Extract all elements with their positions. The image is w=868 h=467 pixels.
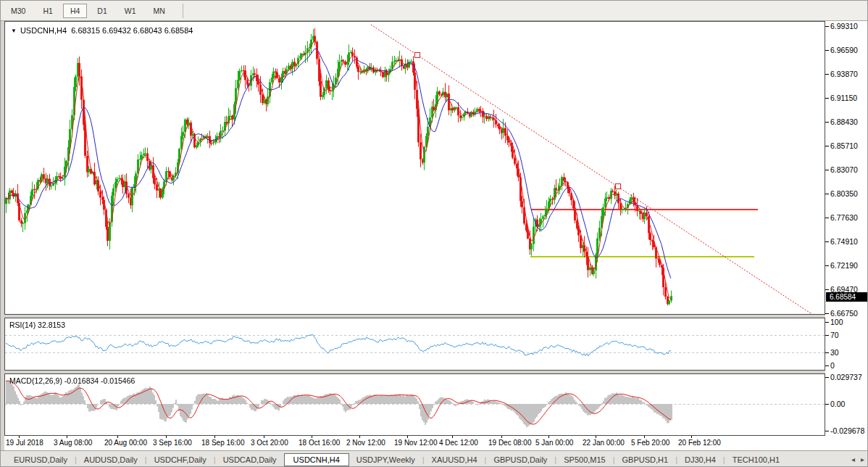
macd-axis-label: 0.029737	[830, 373, 862, 381]
time-tick	[264, 436, 264, 438]
rsi-axis-label: 70	[830, 331, 839, 339]
chart-tab-gbpusd-h1[interactable]: GBPUSD,H1	[615, 454, 676, 466]
time-axis-label: 19 Nov 12:00	[394, 439, 438, 447]
price-axis-label: 6.91150	[830, 94, 857, 102]
chart-tab-usdjpy-weekly[interactable]: USDJPY,Weekly	[349, 454, 422, 466]
price-axis[interactable]: 6.68584 6.993106.965906.938706.911506.88…	[825, 21, 868, 436]
time-axis-label: 4 Dec 12:00	[439, 439, 478, 447]
price-axis-label: 6.69470	[830, 285, 858, 294]
rsi-label: RSI(14) 32.8153	[9, 321, 65, 329]
time-tick	[691, 436, 692, 438]
time-axis-label: 3 Sep 16:00	[153, 439, 192, 447]
time-axis-label: 3 Oct 20:00	[251, 439, 288, 447]
price-axis-label: 6.77630	[830, 213, 858, 222]
timeframe-button-d1[interactable]: D1	[90, 4, 114, 18]
chart-ohlc: 6.68315 6.69432 6.68043 6.68584	[71, 26, 193, 35]
time-tick	[501, 436, 502, 438]
time-tick	[214, 436, 215, 438]
time-tick	[312, 436, 312, 438]
time-tick	[644, 436, 645, 438]
tab-scroll-right-icon[interactable]: ▸	[861, 455, 864, 463]
price-axis-label: 6.85710	[830, 141, 858, 150]
mt4-window: M30H1H4D1W1MN ▼USDCNH,H4 6.68315 6.69432…	[0, 0, 868, 467]
time-axis-label: 5 Jan 00:00	[535, 439, 573, 447]
timeframe-button-w1[interactable]: W1	[117, 4, 143, 18]
chart-tab-tech100-h1[interactable]: TECH100,H1	[725, 454, 787, 466]
time-tick	[117, 436, 118, 438]
time-tick	[359, 436, 360, 438]
time-axis-label: 20 Feb 12:00	[678, 439, 721, 447]
rsi-canvas[interactable]	[5, 318, 825, 370]
main-chart-panel: ▼USDCNH,H4 6.68315 6.69432 6.68043 6.685…	[4, 21, 825, 315]
tab-scroll-left-icon[interactable]: ◂	[851, 455, 855, 463]
macd-axis-label: -0.029678	[830, 426, 864, 435]
chart-symbol: USDCNH,H4	[20, 26, 67, 35]
time-axis-label: 5 Feb 20:00	[631, 439, 669, 447]
chart-tab-usdcad-daily[interactable]: USDCAD,Daily	[216, 454, 284, 466]
price-axis-label: 6.83070	[830, 165, 858, 174]
toolbar-separator	[183, 4, 183, 18]
chart-tab-xauusd-h4[interactable]: XAUUSD,H4	[425, 454, 485, 466]
time-tick	[407, 436, 408, 438]
price-axis-label: 6.93870	[830, 70, 858, 78]
time-axis-label: 20 Aug 00:00	[104, 439, 147, 447]
chart-title: ▼USDCNH,H4 6.68315 6.69432 6.68043 6.685…	[11, 26, 193, 35]
price-axis-label: 6.72190	[830, 261, 858, 270]
chart-tab-bar: EURUSD,Daily|AUDUSD,Daily|USDCHF,Daily|U…	[1, 450, 868, 467]
rsi-axis-label: 100	[830, 318, 843, 326]
time-tick	[452, 436, 453, 438]
time-axis-label: 19 Jul 2018	[6, 439, 43, 447]
timeframe-toolbar: M30H1H4D1W1MN	[1, 1, 868, 21]
time-axis-label: 3 Aug 08:00	[54, 439, 92, 447]
time-axis[interactable]: 19 Jul 20183 Aug 08:0020 Aug 00:003 Sep …	[4, 436, 868, 450]
time-axis-label: 2 Nov 12:00	[346, 439, 385, 447]
time-axis-label: 19 Dec 08:00	[488, 439, 532, 447]
timeframe-button-mn[interactable]: MN	[146, 4, 172, 18]
time-axis-label: 22 Jan 00:00	[583, 439, 625, 447]
timeframe-button-h4[interactable]: H4	[63, 4, 87, 18]
chart-tabs: EURUSD,Daily|AUDUSD,Daily|USDCHF,Daily|U…	[7, 453, 787, 466]
time-tick	[67, 436, 67, 438]
rsi-axis-label: 30	[830, 348, 839, 357]
chart-menu-arrow-icon[interactable]: ▼	[11, 28, 17, 34]
macd-panel: MACD(12,26,9) -0.016834 -0.015466	[4, 373, 825, 436]
rsi-panel: RSI(14) 32.8153	[4, 318, 825, 371]
price-axis-label: 6.66750	[830, 309, 858, 318]
price-axis-label: 6.96590	[830, 46, 858, 54]
timeframe-button-h1[interactable]: H1	[36, 4, 59, 18]
chart-tab-gbpusd-daily[interactable]: GBPUSD,Daily	[486, 454, 554, 466]
timeframe-buttons: M30H1H4D1W1MN	[1, 4, 172, 18]
time-axis-label: 18 Sep 16:00	[201, 439, 245, 447]
time-tick	[596, 436, 596, 438]
chart-tab-eurusd-daily[interactable]: EURUSD,Daily	[7, 454, 75, 466]
macd-axis-label: 0.00	[830, 400, 845, 408]
chart-tab-audusd-daily[interactable]: AUDUSD,Daily	[77, 454, 145, 466]
time-tick	[19, 436, 20, 438]
chart-tab-usdcnh-h4[interactable]: USDCNH,H4	[284, 453, 349, 466]
macd-label: MACD(12,26,9) -0.016834 -0.015466	[9, 376, 135, 385]
main-chart-canvas[interactable]	[5, 22, 825, 314]
timeframe-button-m30[interactable]: M30	[4, 4, 33, 18]
chart-tab-usdchf-daily[interactable]: USDCHF,Daily	[147, 454, 214, 466]
chart-tab-dj30-h4[interactable]: DJ30,H4	[677, 454, 723, 466]
time-axis-label: 18 Oct 16:00	[299, 439, 340, 447]
price-axis-label: 6.88430	[830, 117, 858, 126]
chart-tab-sp500-m15[interactable]: SP500,M15	[556, 454, 612, 466]
time-tick	[166, 436, 167, 438]
price-axis-label: 6.74910	[830, 237, 858, 246]
time-tick	[548, 436, 549, 438]
price-axis-label: 6.80350	[830, 189, 858, 198]
rsi-axis-label: 0	[830, 361, 835, 370]
price-axis-label: 6.99310	[830, 22, 858, 30]
